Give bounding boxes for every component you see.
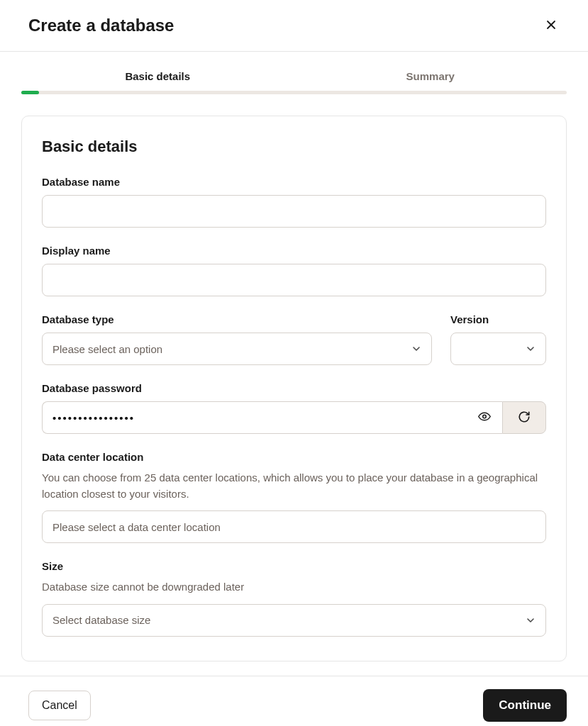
field-database-name: Database name: [42, 176, 546, 228]
close-icon: [545, 19, 557, 33]
size-placeholder: Select database size: [52, 614, 150, 626]
display-name-input[interactable]: [42, 264, 546, 296]
database-name-label: Database name: [42, 176, 546, 188]
data-center-help: You can choose from 25 data center locat…: [42, 470, 546, 502]
tab-summary[interactable]: Summary: [294, 70, 567, 91]
refresh-icon: [518, 411, 531, 425]
version-select[interactable]: [450, 333, 546, 365]
size-help: Database size cannot be downgraded later: [42, 579, 546, 596]
field-version: Version: [450, 313, 546, 365]
basic-details-card: Basic details Database name Display name…: [21, 116, 567, 661]
svg-point-2: [483, 415, 487, 418]
field-size: Size Database size cannot be downgraded …: [42, 560, 546, 637]
size-label: Size: [42, 560, 546, 572]
wizard-tabs: Basic details Summary: [0, 70, 588, 91]
data-center-label: Data center location: [42, 451, 546, 463]
display-name-label: Display name: [42, 245, 546, 257]
card-title: Basic details: [42, 138, 546, 156]
database-password-input[interactable]: [42, 401, 502, 434]
header-divider: [0, 51, 588, 52]
field-type-version-row: Database type Please select an option Ve…: [42, 313, 546, 365]
data-center-select[interactable]: [42, 510, 546, 543]
modal-title: Create a database: [28, 16, 174, 35]
field-database-password: Database password: [42, 382, 546, 434]
modal-footer: Cancel Continue: [0, 676, 588, 727]
database-name-input[interactable]: [42, 195, 546, 228]
continue-button[interactable]: Continue: [483, 689, 567, 722]
database-type-label: Database type: [42, 313, 432, 325]
close-button[interactable]: [543, 16, 560, 35]
field-data-center: Data center location You can choose from…: [42, 451, 546, 543]
field-database-type: Database type Please select an option: [42, 313, 432, 365]
cancel-button[interactable]: Cancel: [28, 691, 91, 720]
modal-header: Create a database: [0, 0, 588, 51]
progress-fill: [21, 91, 39, 94]
tab-basic-details[interactable]: Basic details: [21, 70, 294, 91]
eye-icon: [478, 411, 491, 425]
progress-track: [21, 91, 567, 94]
size-select[interactable]: Select database size: [42, 604, 546, 637]
database-type-placeholder: Please select an option: [52, 343, 162, 355]
regenerate-password-button[interactable]: [502, 401, 546, 434]
field-display-name: Display name: [42, 245, 546, 296]
database-password-label: Database password: [42, 382, 546, 394]
version-label: Version: [450, 313, 546, 325]
database-type-select[interactable]: Please select an option: [42, 333, 432, 365]
toggle-password-visibility-button[interactable]: [475, 408, 494, 428]
